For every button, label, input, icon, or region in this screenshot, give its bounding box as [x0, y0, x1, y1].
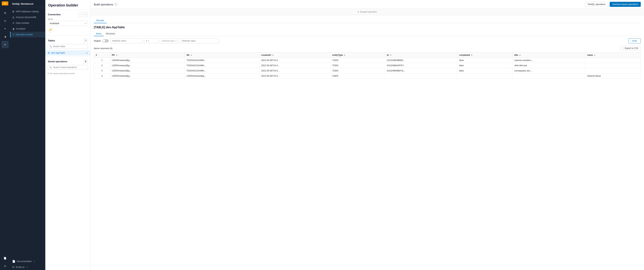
connection-key-icon[interactable]: 🔑 — [48, 27, 53, 32]
sidebar-item-visualizer[interactable]: ◑ Visualizer — [10, 26, 45, 32]
external-link-icon2: ↗ — [26, 266, 28, 268]
tables-refresh-button[interactable]: ↻ — [84, 38, 88, 43]
equals-selector[interactable]: = ▾ — [144, 38, 158, 43]
col-sk[interactable]: SK ⇅ — [185, 53, 259, 58]
negate-toggle[interactable] — [102, 39, 109, 43]
svg-text:aws: aws — [4, 3, 6, 5]
cell-num: 4 — [94, 73, 110, 79]
documentation-icon: 📄 — [12, 260, 15, 263]
sidebar-item-dynamodb[interactable]: ◎ Amazon DynamoDB — [10, 15, 45, 20]
cell-sk: TODO#01G2HMH... — [185, 63, 259, 68]
sidebar-title: NoSQL Workbench — [10, 0, 45, 7]
sidebar-item-operation-builder[interactable]: ≡ Operation builder — [10, 32, 45, 38]
cell-title — [512, 73, 586, 79]
nav-documentation[interactable]: 📄 — [2, 254, 9, 262]
col-num: # — [94, 53, 110, 58]
saved-ops-header: Saved operations 🗑 — [45, 57, 90, 65]
attribute-value-input[interactable] — [180, 38, 219, 43]
nav-visualizer[interactable]: ◑ — [2, 33, 9, 40]
cell-sk: USER#netanel@g... — [185, 73, 259, 79]
export-csv-button[interactable]: ↑ Export to CSV — [620, 46, 641, 51]
sidebar-item-documentation[interactable]: 📄 Documentation ↗ — [10, 258, 45, 264]
nav-operation-builder[interactable]: ≡ — [2, 41, 9, 48]
tab-metadata[interactable]: Metadata — [104, 32, 118, 36]
col-pk[interactable]: PK ⇅ — [110, 53, 184, 58]
cell-createdat: 2022-05-08T10:4... — [259, 68, 330, 73]
negate-label: Negate — [94, 40, 101, 42]
info-icon: ℹ — [48, 72, 49, 75]
nav-data-modeler[interactable]: ✦ — [2, 25, 9, 32]
col-completed[interactable]: completed ⇅ — [457, 53, 512, 58]
connection-add-button[interactable]: + — [84, 12, 88, 17]
saved-ops-search-box[interactable]: 🔍 — [48, 65, 88, 70]
cell-createdat: 2022-05-08T10:4... — [259, 73, 330, 79]
data-table: # PK ⇅ SK ⇅ createdAt ⇅ entityType ⇅ id … — [94, 52, 641, 79]
sidebar-item-email[interactable]: ✉ Email us ↗ — [10, 264, 45, 270]
col-name[interactable]: name ⇅ — [586, 53, 641, 58]
cell-completed — [457, 73, 512, 79]
col-id[interactable]: id ⇅ — [385, 53, 457, 58]
connection-back-button[interactable]: ← — [78, 12, 82, 17]
cell-entitytype: USER — [330, 73, 385, 79]
sidebar-item-data-modeler[interactable]: ✦ Data modeler — [10, 20, 45, 26]
results-tab[interactable]: Results — [94, 18, 106, 23]
cell-id: 01G2HMH9BWE... — [385, 58, 457, 63]
tab-items[interactable]: Items — [94, 32, 104, 36]
sidebar-item-database-catalog[interactable]: ⊞ AWS database catalog — [10, 9, 45, 15]
export-icon: ↑ — [623, 47, 624, 50]
cell-completed: false — [457, 68, 512, 73]
external-link-icon: ↗ — [34, 260, 35, 262]
interface-ops-button[interactable]: Interface-based operations — [610, 2, 641, 7]
build-ops-info-icon[interactable]: i — [114, 3, 117, 6]
cell-sk: TODO#01G2HMH... — [185, 68, 259, 73]
left-panel: Operation builder Connection ← + Name lo… — [45, 0, 90, 270]
table-row[interactable]: 1 USER#netanel@g... TODO#01G2HMH... 2022… — [94, 58, 641, 63]
cell-pk: USER#netanel@g... — [110, 68, 184, 73]
col-createdat[interactable]: createdAt ⇅ — [259, 53, 330, 58]
cell-title: consequatur-aut-... — [512, 68, 586, 73]
table-row[interactable]: 4 USER#netanel@g... USER#netanel@g... 20… — [94, 73, 641, 79]
cell-num: 1 — [94, 58, 110, 63]
cell-entitytype: TODO — [330, 68, 385, 73]
build-ops-title: Build operations i — [94, 3, 117, 6]
table-row[interactable]: 3 USER#netanel@g... TODO#01G2HMH... 2022… — [94, 68, 641, 73]
expand-operation-bar[interactable]: ▾ Expand operation — [90, 9, 644, 15]
database-catalog-icon: ⊞ — [12, 10, 14, 13]
connection-selector[interactable]: localstack ▾ — [48, 21, 88, 26]
nav-dynamodb[interactable]: ◎ — [2, 17, 9, 24]
cell-title: maiores-veritatis-r... — [512, 58, 586, 63]
col-title[interactable]: title ⇅ — [512, 53, 586, 58]
cell-pk: USER#netanel@g... — [110, 63, 184, 68]
attribute-name-input[interactable] — [110, 38, 142, 43]
saved-ops-search-input[interactable] — [53, 66, 86, 69]
left-panel-title: Operation builder — [45, 0, 90, 10]
table-header-row: # PK ⇅ SK ⇅ createdAt ⇅ entityType ⇅ id … — [94, 53, 641, 58]
cell-num: 3 — [94, 68, 110, 73]
filter-row: Negate = ▾ Attribute type ▾ Scan — [94, 38, 641, 43]
saved-ops-delete-button[interactable]: 🗑 — [84, 59, 88, 64]
aws-logo: aws — [2, 2, 8, 6]
cell-completed: false — [457, 58, 512, 63]
cell-entitytype: TODO — [330, 58, 385, 63]
scan-button[interactable]: Scan — [628, 38, 641, 43]
nav-email[interactable]: ✉ — [2, 262, 9, 270]
table-search-input[interactable] — [53, 45, 86, 48]
cell-createdat: 2022-05-08T10:4... — [259, 63, 330, 68]
nav-database-catalog[interactable]: ⊞ — [2, 9, 9, 16]
cell-title: nihil-nihil-sed — [512, 63, 586, 68]
dynamodb-icon: ◎ — [12, 16, 14, 19]
saved-ops-search-icon: 🔍 — [50, 66, 52, 69]
cell-id — [385, 73, 457, 79]
table-item-dev-apptable[interactable]: ⊞ dev-AppTable ▲ — [45, 50, 90, 56]
cell-id: 01G2HMHBMYQ... — [385, 68, 457, 73]
expand-chevron-icon: ▾ — [358, 11, 359, 13]
table-collapse-icon: ▲ — [86, 52, 88, 54]
attribute-type-selector[interactable]: Attribute type ▾ — [160, 38, 178, 43]
partiql-ops-button[interactable]: PartiQL operations — [585, 2, 608, 7]
col-entitytype[interactable]: entityType ⇅ — [330, 53, 385, 58]
table-row[interactable]: 2 USER#netanel@g... TODO#01G2HMH... 2022… — [94, 63, 641, 68]
email-icon: ✉ — [12, 266, 14, 268]
visualizer-icon: ◑ — [12, 27, 14, 30]
table-search-box[interactable]: 🔍 — [48, 44, 88, 49]
type-expand-icon: ▾ — [176, 40, 176, 42]
